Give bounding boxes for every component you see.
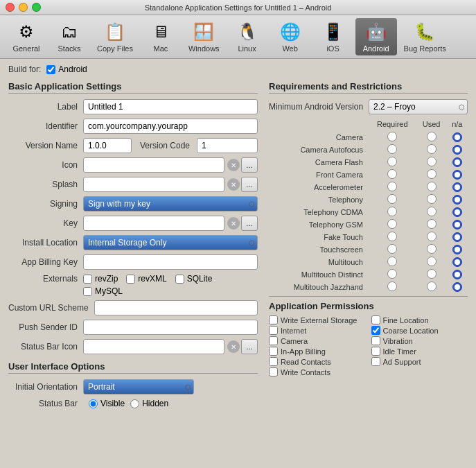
- revxml-checkbox-item[interactable]: revXML: [126, 274, 166, 284]
- perm-used-cell[interactable]: [416, 243, 447, 256]
- perm-used-cell[interactable]: [416, 256, 447, 268]
- perm-na-radio[interactable]: [452, 232, 462, 242]
- perm-used-radio[interactable]: [427, 132, 437, 141]
- perm-checkbox-fine-location[interactable]: [371, 315, 380, 324]
- perm-na-radio[interactable]: [452, 270, 462, 279]
- perm-checkbox-vibration[interactable]: [371, 336, 380, 345]
- perm-required-cell[interactable]: [369, 156, 416, 168]
- perm-na-cell[interactable]: [447, 231, 468, 243]
- perm-required-cell[interactable]: [369, 168, 416, 181]
- perm-na-cell[interactable]: [447, 193, 468, 206]
- perm-required-cell[interactable]: [369, 268, 416, 281]
- perm-used-cell[interactable]: [416, 206, 447, 218]
- status-bar-visible-radio[interactable]: [89, 399, 98, 408]
- perm-required-cell[interactable]: [369, 218, 416, 231]
- perm-na-radio[interactable]: [452, 182, 462, 192]
- perm-item-vibration[interactable]: Vibration: [371, 336, 468, 345]
- orientation-select[interactable]: Portrait Landscape Auto: [83, 379, 194, 395]
- perm-used-radio[interactable]: [427, 219, 437, 229]
- perm-required-radio[interactable]: [387, 269, 397, 279]
- toolbar-item-stacks[interactable]: 🗂 Stacks: [49, 18, 90, 55]
- min-version-select[interactable]: 2.2 – Froyo 2.3 – Gingerbread 4.0 – ICS: [369, 99, 468, 114]
- perm-required-cell[interactable]: [369, 193, 416, 206]
- perm-checkbox-in-app-billing[interactable]: [269, 347, 278, 356]
- perm-item-camera[interactable]: Camera: [269, 336, 366, 345]
- perm-required-radio[interactable]: [387, 244, 397, 254]
- perm-item-internet[interactable]: Internet: [269, 326, 366, 335]
- perm-required-radio[interactable]: [387, 157, 397, 166]
- revzip-checkbox-item[interactable]: revZip: [83, 274, 118, 284]
- perm-item-fine-location[interactable]: Fine Location: [371, 315, 468, 324]
- mysql-checkbox[interactable]: [83, 287, 92, 296]
- toolbar-item-web[interactable]: 🌐 Web: [270, 18, 311, 55]
- perm-checkbox-write-external[interactable]: [269, 315, 278, 324]
- perm-used-cell[interactable]: [416, 193, 447, 206]
- perm-required-radio[interactable]: [387, 132, 397, 141]
- toolbar-item-windows[interactable]: 🪟 Windows: [183, 18, 225, 55]
- build-for-checkbox[interactable]: [46, 65, 55, 74]
- perm-used-radio[interactable]: [427, 269, 437, 279]
- perm-required-cell[interactable]: [369, 206, 416, 218]
- status-bar-hidden-radio[interactable]: [130, 399, 139, 408]
- perm-required-radio[interactable]: [387, 169, 397, 179]
- perm-required-cell[interactable]: [369, 131, 416, 144]
- perm-na-cell[interactable]: [447, 168, 468, 181]
- sqlite-checkbox-item[interactable]: SQLite: [175, 274, 213, 284]
- perm-used-cell[interactable]: [416, 156, 447, 168]
- identifier-input[interactable]: [83, 119, 258, 134]
- perm-required-radio[interactable]: [387, 232, 397, 241]
- toolbar-item-android[interactable]: 🤖 Android: [355, 18, 397, 55]
- perm-na-radio[interactable]: [452, 257, 462, 267]
- perm-required-radio[interactable]: [387, 194, 397, 204]
- perm-used-cell[interactable]: [416, 144, 447, 156]
- perm-used-cell[interactable]: [416, 131, 447, 144]
- perm-used-cell[interactable]: [416, 181, 447, 193]
- status-bar-icon-input[interactable]: [83, 339, 224, 354]
- toolbar-item-mac[interactable]: 🖥 Mac: [140, 18, 182, 55]
- perm-na-cell[interactable]: [447, 206, 468, 218]
- toolbar-item-ios[interactable]: 📱 iOS: [312, 18, 354, 55]
- perm-used-cell[interactable]: [416, 268, 447, 281]
- key-input[interactable]: [83, 216, 224, 231]
- perm-checkbox-idle-timer[interactable]: [371, 347, 380, 356]
- perm-na-cell[interactable]: [447, 218, 468, 231]
- perm-na-cell[interactable]: [447, 131, 468, 144]
- perm-required-cell[interactable]: [369, 243, 416, 256]
- perm-item-coarse-location[interactable]: Coarse Location: [371, 326, 468, 335]
- perm-used-cell[interactable]: [416, 281, 447, 293]
- mysql-checkbox-item[interactable]: MySQL: [83, 286, 258, 296]
- perm-checkbox-ad-support[interactable]: [371, 357, 380, 366]
- toolbar-item-bug-reports[interactable]: 🐛 Bug Reports: [398, 18, 452, 55]
- perm-used-radio[interactable]: [427, 207, 437, 216]
- perm-required-radio[interactable]: [387, 281, 397, 291]
- perm-na-cell[interactable]: [447, 256, 468, 268]
- version-name-input[interactable]: [83, 138, 132, 153]
- perm-item-in-app-billing[interactable]: In-App Billing: [269, 347, 366, 356]
- perm-required-radio[interactable]: [387, 219, 397, 229]
- version-code-input[interactable]: [197, 138, 258, 153]
- perm-required-radio[interactable]: [387, 182, 397, 191]
- perm-required-cell[interactable]: [369, 281, 416, 293]
- perm-na-radio[interactable]: [452, 245, 462, 254]
- perm-item-idle-timer[interactable]: Idle Timer: [371, 347, 468, 356]
- icon-input[interactable]: [83, 157, 224, 173]
- perm-used-radio[interactable]: [427, 157, 437, 166]
- perm-item-ad-support[interactable]: Ad Support: [371, 357, 468, 366]
- close-button[interactable]: [6, 3, 15, 12]
- perm-na-cell[interactable]: [447, 281, 468, 293]
- toolbar-item-linux[interactable]: 🐧 Linux: [227, 18, 268, 55]
- perm-na-radio[interactable]: [452, 170, 462, 180]
- signing-select[interactable]: Sign with my key Don't sign: [83, 196, 258, 211]
- toolbar-item-copy-files[interactable]: 📋 Copy Files: [91, 18, 139, 55]
- perm-required-radio[interactable]: [387, 144, 397, 154]
- perm-required-radio[interactable]: [387, 207, 397, 216]
- splash-clear-button[interactable]: ✕: [227, 178, 240, 191]
- key-clear-button[interactable]: ✕: [227, 217, 240, 229]
- key-browse-button[interactable]: …: [241, 216, 258, 231]
- status-bar-icon-clear[interactable]: ✕: [227, 340, 240, 353]
- perm-na-radio[interactable]: [452, 157, 462, 167]
- perm-checkbox-coarse-location[interactable]: [371, 326, 380, 335]
- perm-used-radio[interactable]: [427, 257, 437, 266]
- perm-used-radio[interactable]: [427, 281, 437, 291]
- perm-used-cell[interactable]: [416, 231, 447, 243]
